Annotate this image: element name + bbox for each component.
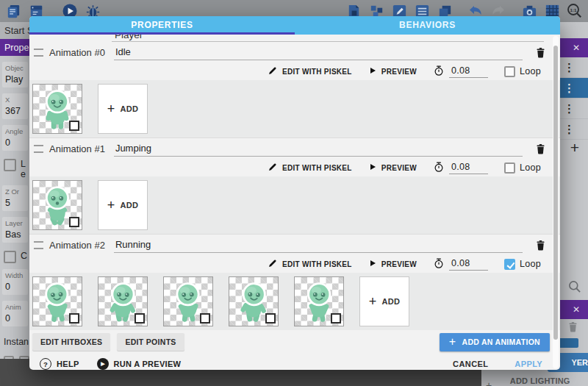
frame-thumbnail-run-3[interactable] [163,276,213,326]
preview-button[interactable]: PREVIEW [368,259,417,269]
loop-checkbox[interactable] [504,259,515,270]
play-icon [368,162,377,173]
scene-copy-icon[interactable] [4,2,22,20]
search-icon[interactable] [567,279,582,297]
add-lighting-layer-button[interactable]: + ADD LIGHTING LAYER [481,376,588,386]
pencil-icon [268,258,278,270]
preview-button[interactable]: PREVIEW [368,66,417,76]
play-icon [368,66,377,76]
add-frame-button[interactable]: +ADD [359,276,409,326]
property-field[interactable]: Width0 [2,269,28,295]
delete-animation-button[interactable] [534,46,547,59]
zoom-1-1-icon[interactable]: 1:1 [566,2,584,20]
frame-select-checkbox[interactable] [331,313,341,324]
frame-thumbnail-run-2[interactable] [98,276,148,326]
loop-control: Loop [504,162,541,174]
apply-button[interactable]: APPLY [510,359,547,369]
object-name-value: Player [115,35,143,40]
edit-with-piskel-button[interactable]: EDIT WITH PISKEL [268,162,352,174]
frame-thumbnail-run-5[interactable] [294,276,344,326]
play-circle-icon: ▶ [97,358,109,370]
close-icon[interactable]: ✕ [573,43,580,53]
delete-animation-button[interactable] [534,143,547,155]
scene-tab[interactable]: Start S [0,22,29,39]
kebab-menu-icon[interactable]: ⋮ [564,82,575,95]
add-frame-button[interactable]: +ADD [98,180,148,230]
field-label: Z Or [5,187,25,196]
animation-name-field[interactable]: Jumping [114,143,523,157]
edit-with-piskel-label: EDIT WITH PISKEL [282,260,352,268]
loop-checkbox[interactable] [504,66,515,77]
plus-icon: + [369,294,377,310]
property-field[interactable]: Z Or5 [2,185,28,211]
add-frame-button[interactable]: +ADD [98,84,148,134]
frame-duration-field[interactable]: 0.08 [449,65,488,78]
edit-hitboxes-button[interactable]: EDIT HITBOXES [32,333,110,351]
animation-name-field[interactable]: Idle [114,46,523,60]
frame-thumbnail-jump[interactable] [32,180,82,230]
edit-with-piskel-button[interactable]: EDIT WITH PISKEL [268,258,352,270]
delete-animation-button[interactable] [534,239,547,251]
frame-select-checkbox[interactable] [69,217,79,227]
drag-handle-icon[interactable] [34,145,43,153]
add-lighting-layer-label: ADD LIGHTING LAYER [496,376,584,386]
field-value: Play [5,74,23,85]
loop-control: Loop [504,66,541,77]
property-field[interactable]: Angle0 [2,125,28,151]
frame-select-checkbox[interactable] [265,313,276,324]
frame-select-checkbox[interactable] [69,121,79,131]
kebab-menu-icon[interactable]: ⋮ [564,102,575,115]
frame-select-checkbox[interactable] [69,313,79,324]
frame-select-checkbox[interactable] [200,313,210,324]
scrollbar-thumb[interactable] [553,46,558,340]
cancel-button[interactable]: CANCEL [448,359,492,369]
square-icon[interactable] [19,356,29,359]
field-value: 0 [5,137,10,148]
close-icon[interactable]: ✕ [573,304,580,315]
checkbox[interactable] [4,159,16,171]
add-animation-button[interactable]: + ADD AN ANIMATION [440,333,550,351]
preview-button[interactable]: PREVIEW [368,162,417,173]
stopwatch-icon [433,65,445,78]
property-field[interactable]: LayerBas [2,217,28,243]
add-object-button[interactable]: + [570,140,579,155]
drag-handle-icon[interactable] [34,49,43,57]
drag-handle-icon[interactable] [34,241,43,249]
tab-behaviors[interactable]: BEHAVIORS [295,16,560,35]
animation-name-field[interactable]: Running [114,239,523,253]
field-value: 0 [5,282,10,292]
play-icon [368,259,377,269]
field-value: 0 [5,313,10,324]
stopwatch-icon [433,257,445,271]
frame-duration-field[interactable]: 0.08 [449,162,488,174]
animation-label: Animation #2 [49,240,105,251]
property-field[interactable]: Anim0 [2,301,28,326]
edit-with-piskel-button[interactable]: EDIT WITH PISKEL [268,65,352,77]
trash-icon[interactable] [567,321,579,336]
frame-duration-field[interactable]: 0.08 [449,258,488,271]
object-name-field[interactable]: Player [112,35,544,42]
checkbox[interactable] [4,251,16,263]
property-checkbox-row: C [4,251,28,263]
field-label: Layer [5,219,25,227]
frame-thumbnail-run-4[interactable] [229,276,279,326]
property-field[interactable]: ObjecPlay [2,62,28,87]
edit-points-button[interactable]: EDIT POINTS [117,333,184,351]
square-icon[interactable] [4,356,14,359]
property-field[interactable]: X367 [2,93,28,119]
loop-checkbox[interactable] [504,162,515,174]
loop-control: Loop [504,259,541,270]
frame-select-checkbox[interactable] [135,313,145,324]
kebab-menu-icon[interactable]: ⋮ [564,61,575,74]
kebab-menu-icon[interactable]: ⋮ [564,123,575,136]
frame-thumbnail-idle[interactable] [32,84,82,134]
preview-label: PREVIEW [381,260,417,268]
run-preview-button[interactable]: ▶ RUN A PREVIEW [93,357,186,370]
dialog-tabbar: PROPERTIES BEHAVIORS [29,16,560,35]
frame-thumbnail-run-1[interactable] [32,276,82,326]
layer-row-chip[interactable] [558,338,578,348]
left-properties-panel: Start S Prope ObjecPlayX367Angle0LeZ Or5… [0,22,29,359]
help-button[interactable]: ? HELP [35,357,84,370]
frame-duration-control: 0.08 [433,257,488,271]
edit-with-piskel-label: EDIT WITH PISKEL [282,164,352,172]
